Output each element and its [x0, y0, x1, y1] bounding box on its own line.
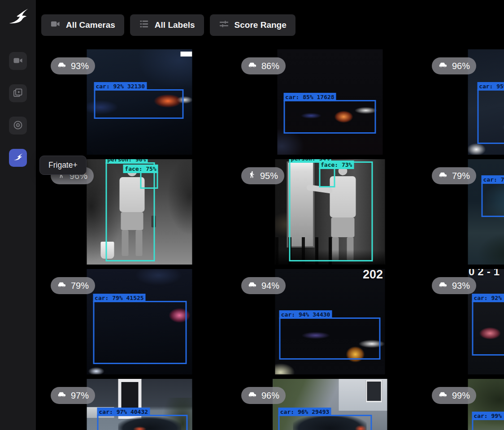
- score-range-filter-button[interactable]: Score Range: [210, 14, 295, 36]
- score-label: 79%: [71, 281, 89, 291]
- car-icon: [438, 60, 448, 72]
- sidebar-item-explore[interactable]: [9, 117, 27, 135]
- frigate-bird-icon: [12, 152, 24, 165]
- snapshot-image[interactable]: car: 96% 29493: [273, 379, 387, 430]
- score-badge: 79%: [432, 167, 476, 184]
- sliders-icon: [219, 19, 229, 31]
- filter-label: All Labels: [155, 20, 195, 30]
- sidebar-item-review[interactable]: [9, 84, 27, 102]
- detection-card: 93% 02-1 05 0 car: 92% 4216: [427, 269, 504, 374]
- car-icon: [57, 60, 67, 72]
- detection-card: 99% car: 99% 25: [427, 379, 504, 430]
- detection-card: 96% car: 95% 45260: [427, 49, 504, 155]
- face-bounding-box: face: 73%: [319, 168, 335, 188]
- face-bounding-box: face: 75%: [140, 172, 158, 189]
- detection-card: 95% person: 94% face: 73%: [237, 159, 423, 265]
- person-icon: [248, 170, 256, 181]
- tooltip-label: Frigate+: [48, 161, 78, 169]
- detection-label: car: 92% 4216: [472, 294, 504, 302]
- disc-icon: [13, 120, 23, 132]
- car-icon: [248, 390, 257, 402]
- filter-label: Score Range: [235, 20, 287, 30]
- detection-card: 86% car: 85% 17628: [237, 49, 423, 155]
- detection-card: 94% 202 car: 94% 34430: [237, 269, 423, 374]
- car-icon: [248, 60, 257, 72]
- score-badge: 96%: [241, 387, 286, 404]
- score-badge: 99%: [432, 387, 476, 404]
- list-icon: [139, 19, 149, 31]
- detection-grid: 93% car: 92% 32130 86% car: 85% 17628: [46, 49, 504, 430]
- score-badge: 95%: [241, 167, 284, 184]
- snapshot-image[interactable]: car: 97% 40432: [87, 379, 192, 430]
- detection-card: 96% car: 96% 29493: [237, 379, 423, 430]
- bounding-box: car: 96% 29493: [278, 415, 372, 430]
- bounding-box: car: 92% 32130: [94, 89, 183, 119]
- car-icon: [57, 280, 67, 292]
- score-badge: 93%: [432, 277, 476, 294]
- frigate-logo: [6, 5, 30, 30]
- score-label: 96%: [261, 391, 279, 401]
- face-label: face: 75%: [123, 165, 158, 173]
- snapshot-image[interactable]: car: 99% 25: [468, 379, 504, 430]
- frigate-bird-icon: [6, 5, 30, 30]
- bounding-box: car: 92% 4216: [472, 301, 504, 356]
- detection-label: car: 97% 40432: [97, 408, 150, 416]
- bounding-box: car: 85% 17628: [283, 100, 376, 134]
- score-label: 86%: [261, 61, 279, 71]
- face-label: face: 73%: [319, 161, 354, 169]
- timestamp-overlay: 202: [363, 269, 383, 282]
- car-icon: [248, 280, 257, 292]
- sidebar: [0, 0, 36, 430]
- snapshot-image[interactable]: 202 car: 94% 34430: [275, 269, 385, 374]
- detection-label: person: 96%: [105, 159, 148, 164]
- score-badge: 96%: [432, 57, 476, 74]
- snapshot-image[interactable]: car: 79% 41525: [87, 269, 192, 374]
- timestamp-overlay: 02-1 05 0: [469, 269, 504, 278]
- sidebar-item-live[interactable]: [9, 52, 27, 70]
- detection-label: car: 79%: [482, 175, 504, 184]
- bounding-box: car: 79%: [482, 182, 504, 217]
- detection-label: car: 95% 45260: [477, 82, 504, 91]
- car-icon: [438, 390, 448, 402]
- bounding-box: car: 95% 45260: [477, 89, 504, 144]
- all-labels-filter-button[interactable]: All Labels: [130, 14, 204, 36]
- review-play-icon: [13, 87, 23, 100]
- score-badge: 79%: [51, 277, 95, 294]
- score-label: 79%: [452, 171, 470, 181]
- score-label: 94%: [261, 281, 279, 291]
- detection-card: 93% car: 92% 32130: [46, 49, 232, 155]
- bounding-box: car: 99% 25: [472, 419, 504, 430]
- snapshot-image[interactable]: car: 85% 17628: [277, 49, 382, 155]
- house: [339, 379, 387, 411]
- score-label: 93%: [71, 61, 89, 71]
- all-cameras-filter-button[interactable]: All Cameras: [41, 14, 124, 36]
- bounding-box: car: 79% 41525: [93, 301, 187, 364]
- car-icon: [57, 390, 67, 402]
- detection-card: 79% car: 79% 41525: [46, 269, 232, 374]
- detection-label: car: 92% 32130: [94, 82, 147, 91]
- score-badge: 93%: [51, 57, 95, 74]
- video-camera-icon: [13, 55, 23, 67]
- detection-label: car: 96% 29493: [278, 408, 331, 416]
- score-label: 96%: [452, 61, 470, 71]
- frigate-plus-tooltip: Frigate+: [39, 156, 87, 175]
- filter-toolbar: All Cameras All Labels Score Range: [41, 14, 295, 36]
- score-label: 93%: [452, 281, 470, 291]
- detection-label: car: 79% 41525: [93, 294, 146, 302]
- snapshot-image[interactable]: person: 96% face: 75%: [87, 159, 192, 265]
- score-badge: 94%: [241, 277, 286, 294]
- score-label: 99%: [452, 391, 470, 401]
- detection-card: 97% car: 97% 40432: [46, 379, 232, 430]
- snapshot-image[interactable]: person: 94% face: 73%: [275, 159, 385, 265]
- sidebar-nav: [9, 52, 27, 167]
- snapshot-image[interactable]: car: 92% 32130: [87, 49, 192, 155]
- filter-label: All Cameras: [66, 20, 115, 30]
- sidebar-item-frigate-plus[interactable]: [9, 149, 27, 167]
- car-icon: [438, 280, 448, 292]
- main-content: All Cameras All Labels Score Range 93%: [36, 0, 504, 430]
- score-badge: 97%: [51, 387, 95, 404]
- detection-label: car: 85% 17628: [283, 93, 336, 101]
- bounding-box: car: 97% 40432: [97, 415, 188, 430]
- score-label: 95%: [260, 171, 278, 181]
- bounding-box: car: 94% 34430: [279, 317, 380, 360]
